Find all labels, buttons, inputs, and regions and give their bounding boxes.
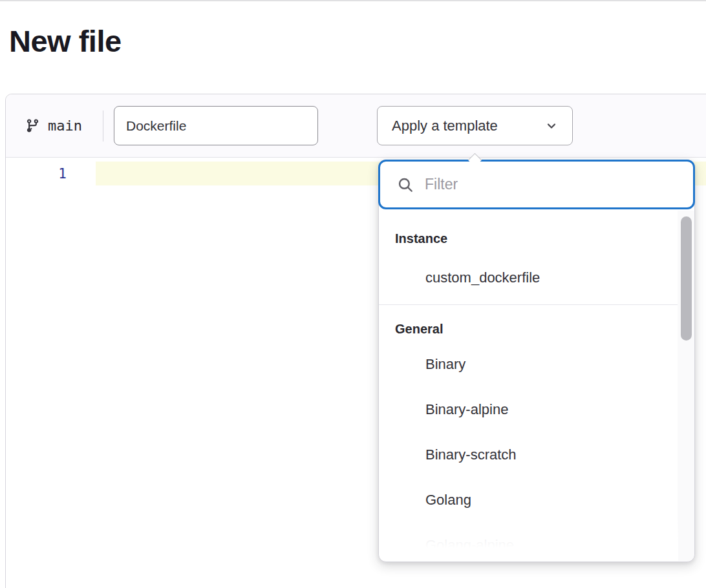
chevron-down-icon — [545, 120, 558, 132]
page-top-divider — [0, 0, 706, 1]
template-list: Instance custom_dockerfile General Binar… — [379, 211, 678, 561]
editor-toolbar: main Apply a template — [6, 94, 706, 158]
scrollbar-thumb[interactable] — [681, 216, 692, 341]
template-dropdown-panel: Instance custom_dockerfile General Binar… — [378, 160, 695, 562]
dropdown-filter-box — [378, 160, 695, 209]
apply-template-label: Apply a template — [392, 118, 498, 134]
template-item[interactable]: Binary-scratch — [379, 432, 678, 478]
toolbar-divider — [103, 110, 103, 142]
template-item[interactable]: Binary — [379, 342, 678, 387]
template-item[interactable]: Golang — [379, 478, 678, 523]
filter-input[interactable] — [425, 176, 680, 193]
line-number-gutter: 1 — [6, 158, 96, 588]
template-item[interactable]: custom_dockerfile — [379, 251, 678, 304]
apply-template-button[interactable]: Apply a template — [377, 106, 573, 145]
search-icon — [397, 176, 414, 193]
page-title: New file — [9, 23, 122, 59]
git-branch-icon — [25, 118, 40, 133]
branch-indicator: main — [25, 118, 82, 134]
template-item[interactable]: Binary-alpine — [379, 387, 678, 432]
template-item[interactable]: Golang-alpine — [379, 523, 678, 561]
dropdown-scrollbar[interactable] — [678, 211, 694, 561]
section-header-general: General — [379, 305, 678, 342]
branch-name: main — [48, 118, 82, 134]
filename-input[interactable] — [114, 106, 318, 145]
line-number: 1 — [58, 166, 67, 182]
section-header-instance: Instance — [379, 211, 678, 251]
